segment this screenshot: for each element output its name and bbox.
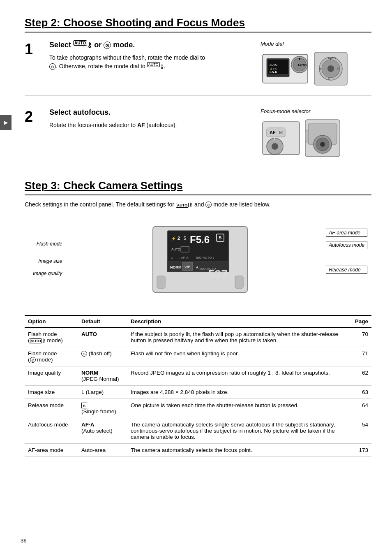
svg-point-13 — [327, 65, 334, 72]
option-cell: AF-area mode — [25, 444, 78, 457]
svg-text:P: P — [337, 67, 339, 70]
page-cell: 64 — [352, 399, 371, 418]
col-default: Default — [78, 315, 127, 327]
step2-section: 2 Select autofocus. Rotate the focus-mod… — [25, 108, 371, 167]
table-row: Autofocus mode AF·A(Auto select) The cam… — [25, 418, 371, 444]
svg-text:AUTO: AUTO — [171, 248, 180, 251]
col-page: Page — [352, 315, 371, 327]
desc-cell: Images are 4,288 × 2,848 pixels in size. — [127, 386, 352, 399]
option-cell: Image quality — [25, 366, 78, 386]
mode-dial-cam2: AUTO P S M — [312, 50, 349, 87]
svg-rect-52 — [157, 276, 165, 288]
table-row: Image quality NORM(JPEG Normal) Record J… — [25, 366, 371, 386]
option-cell: Image size — [25, 386, 78, 399]
svg-text:NORM: NORM — [170, 265, 182, 269]
focus-selector-cam2 — [304, 118, 341, 159]
col-description: Description — [127, 315, 352, 327]
svg-point-30 — [320, 142, 325, 147]
desc-cell: Record JPEG images at a compression rati… — [127, 366, 352, 386]
svg-rect-53 — [235, 276, 243, 288]
svg-text:AUTO: AUTO — [297, 63, 307, 67]
svg-text:S: S — [328, 77, 330, 80]
default-cell: L (Large) — [78, 386, 127, 399]
step2-number: 2 — [25, 108, 45, 159]
step1-title: Select AUTO⚷ or ⊙ mode. — [49, 41, 252, 49]
col-option: Option — [25, 315, 78, 327]
table-row: Flash mode(AUTO⚷ mode) AUTO If the subje… — [25, 327, 371, 347]
mode-dial-cam1: AUTO ⚡ 2 5 F5.6 AUTO — [261, 50, 310, 87]
page-cell: 70 — [352, 327, 371, 347]
default-cell: NORM(JPEG Normal) — [78, 366, 127, 386]
step1-section: 1 Select AUTO⚷ or ⊙ mode. To take photog… — [25, 41, 371, 96]
page-tab: ▶ — [0, 115, 12, 130]
page-cell: 71 — [352, 347, 371, 366]
step3-heading: Step 3: Check Camera Settings — [25, 179, 371, 195]
step2-camera-diagram: AF M — [261, 118, 341, 159]
svg-text:5: 5 — [184, 236, 186, 241]
page-cell: 54 — [352, 418, 371, 444]
svg-text:F5.6: F5.6 — [270, 70, 277, 74]
table-row: AF-area mode Auto-area The camera automa… — [25, 444, 371, 457]
step1-image-label: Mode dial — [261, 41, 284, 47]
table-row: Flash mode(⊙ mode) ⊙ (flash off) Flash w… — [25, 347, 371, 366]
step1-image-area: Mode dial AUTO ⚡ 2 5 F5.6 AUTO — [252, 41, 371, 87]
svg-point-24 — [272, 143, 278, 150]
option-cell: Flash mode(AUTO⚷ mode) — [25, 327, 78, 347]
svg-text:AF: AF — [270, 130, 276, 135]
svg-text:M: M — [319, 67, 321, 70]
step2-body: Rotate the focus-mode selector to AF (au… — [49, 121, 205, 130]
default-cell: AUTO — [78, 327, 127, 347]
step2-image-area: Focus-mode selector AF M — [252, 108, 371, 159]
step1-camera-diagram: AUTO ⚡ 2 5 F5.6 AUTO AUTO P S M — [261, 50, 349, 87]
step1-content: Select AUTO⚷ or ⊙ mode. To take photogra… — [45, 41, 252, 87]
svg-text:L: L — [171, 256, 173, 259]
svg-text:WB: WB — [184, 265, 191, 269]
svg-text:⚡: ⚡ — [171, 236, 176, 241]
default-cell: Auto-area — [78, 444, 127, 457]
option-cell: Flash mode(⊙ mode) — [25, 347, 78, 366]
default-cell: AF·A(Auto select) — [78, 418, 127, 444]
page-number: 36 — [21, 537, 26, 544]
svg-text:M: M — [279, 130, 283, 135]
callout-right: AF-area mode Autofocus mode Release mode — [326, 229, 367, 274]
svg-text:S: S — [219, 235, 221, 240]
desc-cell: Flash will not fire even when lighting i… — [127, 347, 352, 366]
default-cell: ⊙ (flash off) — [78, 347, 127, 366]
callout-autofocus: Autofocus mode — [326, 241, 367, 249]
callout-left: Flash mode Image size Image quality — [33, 241, 62, 276]
step1-number: 1 — [25, 41, 45, 87]
callout-release: Release mode — [326, 266, 367, 274]
svg-text:... AF-A: ... AF-A — [178, 256, 189, 259]
callout-image-quality: Image quality — [33, 271, 62, 276]
table-row: Image size L (Large) Images are 4,288 × … — [25, 386, 371, 399]
svg-text:2: 2 — [178, 236, 180, 241]
step2-title: Select autofocus. — [49, 108, 252, 117]
step3-desc: Check settings in the control panel. The… — [25, 200, 371, 209]
page-cell: 173 — [352, 444, 371, 457]
page-cell: 63 — [352, 386, 371, 399]
svg-text:F5.6: F5.6 — [190, 234, 210, 245]
page-cell: 62 — [352, 366, 371, 386]
svg-text:A: A — [196, 265, 198, 269]
svg-rect-31 — [305, 130, 309, 142]
callout-image-size: Image size — [33, 258, 62, 264]
callout-flash-mode: Flash mode — [33, 241, 62, 247]
desc-cell: If the subject is poorly lit, the flash … — [127, 327, 352, 347]
focus-selector-cam1: AF M — [261, 118, 302, 159]
callout-af-area: AF-area mode — [326, 229, 367, 237]
step2-content: Select autofocus. Rotate the focus-mode … — [45, 108, 252, 159]
step2-image-label: Focus-mode selector — [261, 108, 310, 114]
option-cell: Autofocus mode — [25, 418, 78, 444]
option-cell: Release mode — [25, 399, 78, 418]
table-row: Release mode S(Single frame) One picture… — [25, 399, 371, 418]
svg-text:ISO-AUTO ♪: ISO-AUTO ♪ — [196, 256, 214, 259]
settings-table: Option Default Description Page Flash mo… — [25, 315, 371, 457]
svg-text:AUTO: AUTO — [270, 63, 278, 66]
step1-body: To take photographs without the flash, r… — [49, 53, 205, 71]
control-panel-svg: ⚡ 2 5 F5.6 S AUTO L ... AF-A ISO-AUTO ♪ … — [136, 222, 260, 305]
svg-text:ISO-AUTO: ISO-AUTO — [200, 267, 216, 271]
desc-cell: One picture is taken each time the shutt… — [127, 399, 352, 418]
desc-cell: The camera automatically selects single-… — [127, 418, 352, 444]
control-panel-diagram: Flash mode Image size Image quality ⚡ 2 … — [25, 216, 371, 307]
svg-text:AUTO: AUTO — [328, 57, 336, 60]
